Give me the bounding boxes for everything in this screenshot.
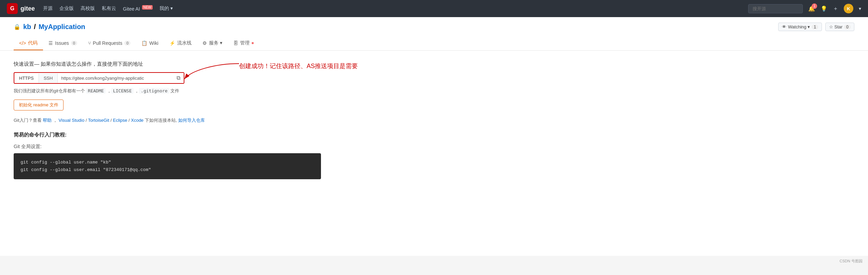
tab-pipeline[interactable]: ⚡ 流水线 bbox=[164, 37, 197, 50]
discover-icon[interactable]: 💡 bbox=[821, 5, 827, 12]
pr-badge: 0 bbox=[124, 41, 130, 45]
eclipse-link[interactable]: Eclipse bbox=[113, 118, 127, 123]
pr-tab-icon: ⑂ bbox=[88, 40, 91, 46]
top-navigation: G gitee 开源 企业版 高校版 私有云 Gitee AI NEW 我的 ▾… bbox=[0, 0, 868, 17]
code-line-1: git config --global user.name "kb" bbox=[20, 159, 314, 166]
main-content: 快速设置— 如果你知道该怎么操作，直接使用下面的地址 HTTPS SSH ⧉ 创… bbox=[0, 51, 868, 256]
code-block: git config --global user.name "kb" git c… bbox=[14, 153, 321, 179]
manage-dot bbox=[252, 42, 254, 44]
import-link[interactable]: 如何导入仓库 bbox=[178, 118, 205, 123]
manage-tab-icon: 🗄 bbox=[233, 40, 238, 46]
logo-text: gitee bbox=[20, 5, 35, 12]
nav-link-enterprise[interactable]: 企业版 bbox=[59, 5, 74, 12]
logo-icon: G bbox=[7, 3, 18, 14]
lock-icon: 🔒 bbox=[14, 24, 20, 30]
code-tab-label: 代码 bbox=[28, 40, 38, 46]
connect-text: 下如何连接本站, bbox=[145, 118, 177, 123]
add-button[interactable]: ＋ bbox=[833, 5, 838, 12]
watching-label: Watching ▾ bbox=[788, 24, 810, 29]
annotation-area: 创建成功！记住该路径、AS推送项目是需要 bbox=[181, 60, 242, 88]
avatar-dropdown-icon: ▾ bbox=[859, 6, 861, 11]
repo-tabs: </> 代码 ☰ Issues 0 ⑂ Pull Requests 0 📋 Wi… bbox=[14, 37, 854, 50]
readme-code: README bbox=[86, 88, 106, 94]
https-tab[interactable]: HTTPS bbox=[14, 74, 39, 83]
notification-badge: 1 bbox=[812, 3, 817, 9]
repo-actions: 👁 Watching ▾ 1 ☆ Star 0 bbox=[778, 23, 854, 31]
nav-link-private[interactable]: 私有云 bbox=[102, 5, 116, 12]
repo-title: 🔒 kb / MyApplication bbox=[14, 23, 85, 31]
manage-tab-label: 管理 bbox=[240, 40, 250, 46]
avatar[interactable]: K bbox=[844, 4, 853, 13]
footer-text: CSDN 号图园 bbox=[840, 259, 863, 263]
issues-tab-icon: ☰ bbox=[48, 40, 53, 46]
cmd-section-title: 简易的命令行入门教程: bbox=[14, 132, 854, 138]
page-footer: CSDN 号图园 bbox=[0, 256, 868, 266]
tab-code[interactable]: </> 代码 bbox=[14, 37, 43, 50]
url-section: HTTPS SSH ⧉ 创建成功！记住该路径、AS推送项目是需要 bbox=[14, 72, 854, 84]
repo-separator: / bbox=[34, 23, 36, 31]
tab-issues[interactable]: ☰ Issues 0 bbox=[43, 37, 83, 50]
services-tab-icon: ⚙ bbox=[202, 40, 207, 46]
license-code: LICENSE bbox=[111, 88, 134, 94]
git-links: Git入门？查看 帮助 ， Visual Studio / TortoiseGi… bbox=[14, 117, 854, 123]
nav-link-ai[interactable]: Gitee AI NEW bbox=[123, 5, 153, 12]
watch-button[interactable]: 👁 Watching ▾ 1 bbox=[778, 23, 822, 31]
nav-link-university[interactable]: 高校版 bbox=[81, 5, 95, 12]
eye-icon: 👁 bbox=[782, 24, 786, 29]
tab-pullrequests[interactable]: ⑂ Pull Requests 0 bbox=[83, 37, 136, 50]
nav-right: 🔔 1 💡 ＋ K ▾ bbox=[748, 4, 861, 13]
pipeline-tab-label: 流水线 bbox=[177, 40, 192, 46]
wiki-tab-label: Wiki bbox=[149, 40, 158, 46]
code-tab-icon: </> bbox=[19, 40, 26, 46]
tab-manage[interactable]: 🗄 管理 bbox=[228, 37, 259, 50]
annotation-text: 创建成功！记住该路径、AS推送项目是需要 bbox=[239, 62, 358, 70]
ssh-tab[interactable]: SSH bbox=[39, 74, 58, 83]
gitignore-code: .gitignore bbox=[139, 88, 169, 94]
nav-link-mine[interactable]: 我的 ▾ bbox=[159, 5, 173, 12]
pr-tab-label: Pull Requests bbox=[93, 40, 122, 46]
cmd-subtitle: Git 全局设置: bbox=[14, 144, 854, 150]
xcode-link[interactable]: Xcode bbox=[131, 118, 143, 123]
pipeline-tab-icon: ⚡ bbox=[169, 40, 175, 46]
quick-setup-title: 快速设置— 如果你知道该怎么操作，直接使用下面的地址 bbox=[14, 61, 854, 67]
init-readme-button[interactable]: 初始化 readme 文件 bbox=[14, 100, 64, 110]
notification-button[interactable]: 🔔 1 bbox=[808, 5, 815, 12]
tab-wiki[interactable]: 📋 Wiki bbox=[136, 37, 164, 50]
tab-services[interactable]: ⚙ 服务 ▾ bbox=[197, 37, 228, 50]
wiki-tab-icon: 📋 bbox=[141, 40, 147, 46]
star-button[interactable]: ☆ Star 0 bbox=[825, 23, 854, 31]
repo-header: 🔒 kb / MyApplication 👁 Watching ▾ 1 ☆ St… bbox=[0, 17, 868, 51]
services-tab-label: 服务 ▾ bbox=[209, 40, 222, 46]
ai-new-badge: NEW bbox=[142, 5, 153, 10]
suggest-text: 我们强烈建议所有的git仓库都有一个 README ，LICENSE ，.git… bbox=[14, 88, 854, 94]
help-link[interactable]: 帮助 bbox=[43, 118, 52, 123]
annotation-arrow-svg bbox=[181, 60, 242, 88]
code-line-2: git config --global user.email "87234017… bbox=[20, 166, 314, 174]
star-label: ☆ Star bbox=[829, 24, 842, 29]
repo-title-row: 🔒 kb / MyApplication 👁 Watching ▾ 1 ☆ St… bbox=[14, 23, 854, 31]
repo-name-link[interactable]: MyApplication bbox=[39, 23, 85, 31]
tortoise-link[interactable]: TortoiseGit bbox=[88, 118, 109, 123]
watch-count: 1 bbox=[812, 25, 818, 29]
nav-links: 开源 企业版 高校版 私有云 Gitee AI NEW 我的 ▾ bbox=[43, 5, 740, 12]
issues-tab-label: Issues bbox=[55, 40, 69, 46]
logo[interactable]: G gitee bbox=[7, 3, 35, 14]
star-count: 0 bbox=[844, 25, 851, 29]
url-row: HTTPS SSH ⧉ bbox=[14, 72, 184, 84]
nav-link-opensource[interactable]: 开源 bbox=[43, 5, 53, 12]
repo-owner-link[interactable]: kb bbox=[23, 23, 31, 31]
search-input[interactable] bbox=[748, 4, 803, 13]
visual-studio-link[interactable]: Visual Studio bbox=[58, 118, 84, 123]
issues-badge: 0 bbox=[71, 41, 77, 45]
url-input[interactable] bbox=[58, 74, 173, 83]
